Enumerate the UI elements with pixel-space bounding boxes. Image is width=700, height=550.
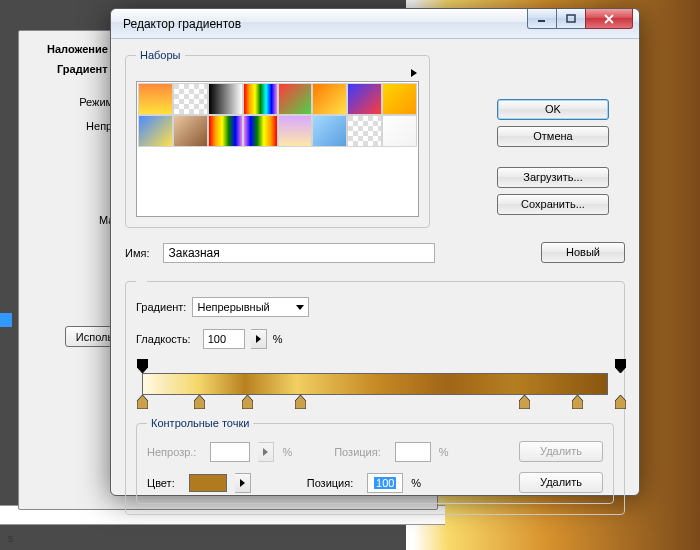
color-stop-label: Цвет: [147,477,175,489]
opacity-pos-label: Позиция: [334,446,381,458]
gradient-type-label: Градиент: [136,301,186,313]
ok-button[interactable]: OK [497,99,609,120]
smoothness-input[interactable]: 100 [203,329,245,349]
color-stop[interactable] [615,395,626,409]
opacity-stop-stepper [258,442,274,462]
delete-color-stop-button[interactable]: Удалить [519,472,603,493]
preset-swatch[interactable] [243,83,278,115]
new-button[interactable]: Новый [541,242,625,263]
presets-legend: Наборы [136,49,185,61]
preset-swatches[interactable] [136,81,419,217]
load-button[interactable]: Загрузить... [497,167,609,188]
preset-swatch[interactable] [312,115,347,147]
svg-marker-5 [194,395,205,409]
opacity-stop[interactable] [615,359,626,373]
preset-swatch[interactable] [312,83,347,115]
svg-marker-2 [137,359,148,373]
preset-swatch[interactable] [278,83,313,115]
svg-marker-7 [295,395,306,409]
color-stop[interactable] [295,395,306,409]
titlebar[interactable]: Редактор градиентов [111,9,639,39]
close-button[interactable] [585,9,633,29]
name-input[interactable] [163,243,435,263]
preset-swatch[interactable] [173,83,208,115]
percent-sign: % [273,333,283,345]
preset-swatch[interactable] [138,115,173,147]
svg-marker-4 [137,395,148,409]
preset-swatch[interactable] [173,115,208,147]
delete-opacity-stop-button: Удалить [519,441,603,462]
color-stop[interactable] [242,395,253,409]
presets-menu-icon[interactable] [411,69,417,77]
gradient-bar[interactable] [136,363,614,407]
color-stop[interactable] [519,395,530,409]
opacity-stop[interactable] [137,359,148,373]
color-stop-picker[interactable] [235,473,251,493]
color-stop[interactable] [194,395,205,409]
svg-marker-6 [242,395,253,409]
svg-marker-10 [615,395,626,409]
chevron-down-icon [296,305,304,310]
maximize-button[interactable] [556,9,586,29]
opacity-stop-label: Непрозр.: [147,446,196,458]
opacity-stop-input [210,442,250,462]
stops-legend: Контрольные точки [147,417,253,429]
opacity-pos-input [395,442,431,462]
selected-style-indicator [0,313,12,327]
gradient-type-value: Непрерывный [197,301,269,313]
presets-group: Наборы [125,49,430,228]
preset-swatch[interactable] [382,83,417,115]
window-title: Редактор градиентов [123,17,241,31]
preset-swatch[interactable] [138,83,173,115]
preset-swatch[interactable] [347,115,382,147]
color-stop-swatch[interactable] [189,474,227,492]
gradient-editor-window: Редактор градиентов Наборы OK Отмена Заг… [110,8,640,496]
opacity-pct: % [282,446,292,458]
color-stop[interactable] [572,395,583,409]
svg-marker-9 [572,395,583,409]
minimize-button[interactable] [527,9,557,29]
svg-marker-3 [615,359,626,373]
gradient-group: . Градиент: Непрерывный Гладкость: 100 %… [125,275,625,515]
color-pos-label: Позиция: [307,477,354,489]
preset-swatch[interactable] [347,83,382,115]
svg-marker-8 [519,395,530,409]
preset-swatch[interactable] [208,83,243,115]
save-button[interactable]: Сохранить... [497,194,609,215]
preset-swatch[interactable] [208,115,243,147]
smoothness-stepper[interactable] [251,329,267,349]
cancel-button[interactable]: Отмена [497,126,609,147]
smoothness-label: Гладкость: [136,333,191,345]
color-pos-input[interactable]: 100 [367,473,403,493]
preset-swatch[interactable] [382,115,417,147]
preset-swatch[interactable] [243,115,278,147]
gradient-type-select[interactable]: Непрерывный [192,297,308,317]
gradient-section-tab[interactable]: Градиент [55,61,110,77]
stops-group: Контрольные точки Непрозр.: % Позиция: %… [136,417,614,504]
color-stop[interactable] [137,395,148,409]
preset-swatch[interactable] [278,115,313,147]
name-label: Имя: [125,247,149,259]
svg-rect-1 [567,15,575,22]
